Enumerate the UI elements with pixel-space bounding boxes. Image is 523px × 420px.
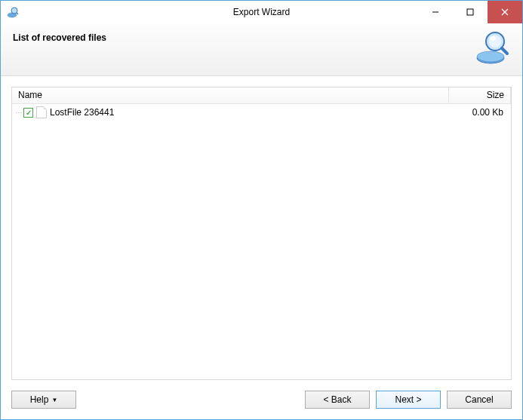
magnifier-icon [474, 29, 510, 66]
footer: Help ▼ < Back Next > Cancel [1, 380, 522, 419]
minimize-button[interactable] [418, 1, 453, 23]
maximize-button[interactable] [453, 1, 488, 23]
list-body: ⋯ ✓ LostFile 236441 0.00 Kb [12, 104, 511, 379]
header-panel: List of recovered files [1, 23, 522, 76]
export-wizard-window: Export Wizard List of recovered files [0, 0, 523, 420]
column-header-size[interactable]: Size [449, 87, 511, 103]
row-filesize: 0.00 Kb [449, 107, 508, 118]
list-header: Name Size [12, 87, 511, 104]
svg-point-11 [490, 36, 496, 41]
back-button[interactable]: < Back [305, 391, 370, 409]
window-controls [418, 1, 522, 23]
svg-line-2 [17, 13, 18, 14]
svg-point-8 [477, 51, 504, 62]
table-row[interactable]: ⋯ ✓ LostFile 236441 0.00 Kb [12, 106, 511, 119]
tree-connector-icon: ⋯ [15, 109, 22, 117]
cancel-button[interactable]: Cancel [447, 391, 512, 409]
file-icon [36, 106, 47, 118]
content-area: Name Size ⋯ ✓ LostFile 236441 0.00 Kb [1, 76, 522, 380]
row-filename: LostFile 236441 [50, 107, 449, 118]
chevron-down-icon: ▼ [51, 397, 57, 403]
svg-rect-4 [467, 9, 473, 15]
titlebar: Export Wizard [1, 1, 522, 23]
file-list: Name Size ⋯ ✓ LostFile 236441 0.00 Kb [11, 87, 512, 380]
window-title: Export Wizard [233, 7, 290, 17]
help-button-label: Help [30, 394, 49, 405]
page-title: List of recovered files [13, 32, 106, 43]
column-header-name[interactable]: Name [12, 87, 449, 103]
app-icon [7, 6, 19, 18]
svg-point-1 [11, 8, 17, 14]
svg-line-12 [502, 48, 507, 54]
row-checkbox[interactable]: ✓ [23, 108, 33, 118]
help-button[interactable]: Help ▼ [11, 391, 76, 409]
close-button[interactable] [488, 1, 522, 23]
next-button[interactable]: Next > [376, 391, 441, 409]
